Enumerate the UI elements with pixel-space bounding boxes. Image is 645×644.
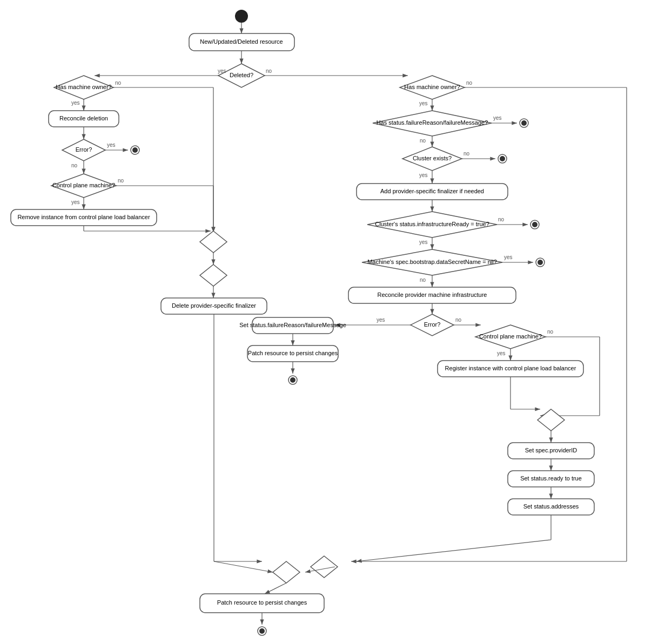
diamond-merge-bottom2-node [273, 561, 300, 583]
cluster-no-label: no [463, 151, 470, 157]
new-updated-deleted-label: New/Updated/Deleted resource [200, 38, 283, 45]
has-status-failure-label: Has status.failureReason/failureMessage? [377, 119, 488, 126]
has-status-yes-label: yes [493, 115, 502, 121]
bootstrap-nil-label: Machine's spec.bootstrap.dataSecretName … [367, 259, 497, 265]
error-left-no-label: no [71, 162, 78, 168]
error-left-yes-label: yes [107, 142, 116, 148]
has-status-no-label: no [420, 138, 426, 144]
control-plane-left-label: Control plane machine? [52, 182, 115, 188]
end-middle-inner [290, 377, 295, 383]
cp-right-no-label: no [547, 329, 554, 335]
error-right-label: Error? [424, 321, 441, 328]
cp-left-yes-label: yes [71, 199, 80, 205]
cluster-infra-ready-label: Cluster's status.infrastructureReady = t… [375, 221, 489, 227]
diamond-merge-left2-node [200, 265, 227, 286]
cp-left-no-label: no [118, 178, 124, 184]
add-finalizer-label: Add provider-specific finalizer if neede… [380, 188, 484, 194]
deleted-decision-label: Deleted? [230, 72, 253, 78]
set-provider-id-label: Set spec.providerID [525, 447, 577, 453]
bootstrap-no-label: no [420, 277, 426, 283]
reconcile-provider-label: Reconcile provider machine infrastructur… [378, 292, 487, 298]
set-failure-status-label: Set status.failureReason/failureMessage [239, 322, 346, 328]
register-instance-label: Register instance with control plane loa… [445, 365, 576, 371]
cp-right-yes-label: yes [497, 350, 506, 356]
infra-ready-yes-label: yes [419, 239, 428, 245]
end-infra-inner [532, 222, 538, 227]
diamond-merge-right-node [538, 409, 565, 431]
deleted-yes-label: yes [218, 68, 226, 74]
reconcile-deletion-label: Reconcile deletion [59, 115, 108, 121]
error-right-yes-label: yes [377, 317, 385, 323]
hmo-right-yes-label: yes [419, 100, 428, 106]
set-status-ready-label: Set status.ready to true [520, 475, 582, 482]
remove-instance-label: Remove instance from control plane load … [17, 214, 150, 220]
diamond-merge-left-node [200, 231, 227, 253]
end-failure-inner [521, 120, 527, 126]
patch-resource-middle-label: Patch resource to persist changes [248, 350, 338, 356]
end-error-left-inner [132, 147, 138, 153]
svg-line-50 [214, 561, 273, 572]
start-node [235, 10, 248, 23]
set-status-addresses-label: Set status.addresses [523, 503, 579, 510]
error-left-label: Error? [76, 146, 92, 153]
delete-finalizer-label: Delete provider-specific finalizer [172, 302, 256, 309]
svg-line-52 [265, 583, 286, 594]
has-machine-owner-left-label: Has machine owner? [56, 84, 111, 90]
control-plane-right-label: Control plane machine? [479, 333, 542, 340]
patch-resource-bottom-label: Patch resource to persist changes [217, 599, 307, 606]
hmo-left-no-label: no [115, 80, 122, 86]
deleted-no-label: no [266, 68, 272, 74]
has-machine-owner-right-label: Has machine owner? [404, 84, 460, 90]
hmo-left-yes-label: yes [71, 100, 80, 106]
svg-line-49 [357, 540, 551, 561]
infra-ready-no-label: no [498, 216, 505, 222]
cluster-exists-label: Cluster exists? [413, 155, 452, 161]
error-right-no-label: no [455, 317, 462, 323]
bootstrap-yes-label: yes [504, 254, 513, 260]
end-bootstrap-inner [538, 260, 543, 265]
end-bottom-inner [259, 628, 265, 634]
cluster-yes-label: yes [419, 172, 428, 178]
hmo-right-no-label: no [466, 80, 473, 86]
end-cluster-inner [500, 156, 505, 161]
